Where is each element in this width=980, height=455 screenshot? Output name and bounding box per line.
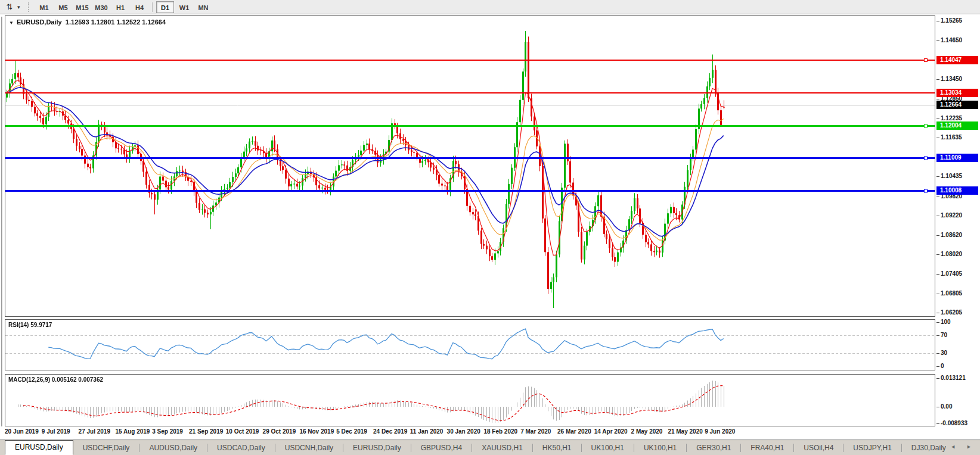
timeframe-button-mn[interactable]: MN — [194, 1, 212, 13]
charts-shift-icon[interactable]: ⇅ — [2, 1, 17, 13]
panel-splitter[interactable] — [5, 370, 935, 373]
chart-tab-eurusd-daily[interactable]: EURUSD,Daily — [343, 442, 411, 455]
arrow-right-icon[interactable]: ► — [966, 444, 972, 450]
date-tick: 9 Jun 2020 — [705, 428, 735, 435]
price-tick: 1.08620 — [941, 232, 962, 238]
price-tick: 1.14650 — [941, 37, 962, 43]
date-tick: 11 Jan 2020 — [410, 428, 444, 435]
macd-tick: 0.00 — [941, 403, 952, 410]
chart-tab-audusd-daily[interactable]: AUDUSD,Daily — [139, 442, 207, 455]
macd-panel: MACD(12,26,9) 0.005162 0.007362 — [5, 374, 935, 426]
price-tick: 1.08020 — [941, 251, 962, 257]
chart-tab-usoil-h4[interactable]: USOil,H4 — [794, 442, 843, 455]
date-tick: 20 Jun 2019 — [5, 428, 39, 435]
timeframe-button-h4[interactable]: H4 — [131, 1, 148, 13]
date-tick: 21 May 2020 — [668, 428, 702, 435]
chart-tab-usdchf-daily[interactable]: USDCHF,Daily — [73, 442, 139, 455]
chart-title: ▼EURUSD,Daily 1.12593 1.12801 1.12522 1.… — [9, 18, 166, 26]
macd-value: 0.005162 0.007362 — [52, 376, 103, 383]
tab-scroll-buttons: ◄► — [950, 444, 972, 450]
price-tick: 1.06805 — [941, 290, 962, 297]
price-tick: 1.13450 — [941, 76, 962, 82]
mt4-application: ⇅ ▾ M1M5M15M30H1H4D1W1MN ▼EURUSD,Daily 1… — [0, 0, 980, 455]
date-tick: 7 Mar 2020 — [520, 428, 551, 435]
chart-tab-uk100-h1[interactable]: UK100,H1 — [634, 442, 686, 455]
chart-tab-gbpusd-h4[interactable]: GBPUSD,H4 — [411, 442, 472, 455]
date-tick: 24 Dec 2019 — [373, 428, 407, 435]
price-level-tag: 1.14047 — [936, 56, 978, 64]
timeframe-button-m15[interactable]: M15 — [73, 1, 91, 13]
triangle-down-icon[interactable]: ▼ — [9, 20, 14, 26]
price-tick: 1.15265 — [941, 17, 962, 24]
chart-tab-usdcnh-daily[interactable]: USDCNH,Daily — [275, 442, 343, 455]
chart-symbol: EURUSD,Daily — [17, 18, 62, 26]
macd-label: MACD(12,26,9) 0.005162 0.007362 — [8, 376, 103, 383]
date-tick: 15 Aug 2019 — [115, 428, 150, 435]
chart-tab-bar: EURUSD,DailyUSDCHF,DailyAUDUSD,DailyUSDC… — [0, 440, 980, 455]
chart-tab-usdjpy-h1[interactable]: USDJPY,H1 — [843, 442, 901, 455]
price-level-tag: 1.12664 — [936, 101, 978, 109]
date-tick: 26 Mar 2020 — [557, 428, 591, 435]
rsi-value: 59.9717 — [30, 322, 52, 328]
macd-tick: 0.013121 — [941, 375, 966, 381]
price-tick: 1.09220 — [941, 212, 962, 219]
timeframe-button-w1[interactable]: W1 — [175, 1, 193, 13]
chart-tab-ger30-h1[interactable]: GER30,H1 — [687, 442, 740, 455]
date-tick: 2 May 2020 — [631, 428, 663, 435]
timeframe-button-m5[interactable]: M5 — [54, 1, 72, 13]
date-tick: 3 Sep 2019 — [152, 428, 183, 435]
timeframe-button-d1[interactable]: D1 — [156, 1, 174, 13]
date-tick: 30 Jan 2020 — [447, 428, 480, 435]
rsi-tick: 30 — [941, 350, 947, 356]
arrow-left-icon[interactable]: ◄ — [950, 444, 956, 450]
date-axis: 20 Jun 20199 Jul 201927 Jul 201915 Aug 2… — [0, 426, 980, 438]
price-tick: 1.12235 — [941, 115, 962, 121]
timeframe-button-m1[interactable]: M1 — [35, 1, 53, 13]
date-tick: 18 Feb 2020 — [483, 428, 517, 435]
chart-tab-xauusd-h1[interactable]: XAUUSD,H1 — [472, 442, 532, 455]
price-axis: 1.152651.146501.134501.128501.122351.116… — [935, 15, 980, 428]
price-chart-panel: ▼EURUSD,Daily 1.12593 1.12801 1.12522 1.… — [5, 15, 935, 317]
date-tick: 14 Apr 2020 — [594, 428, 628, 435]
rsi-tick: 70 — [941, 332, 947, 338]
chart-ohlc: 1.12593 1.12801 1.12522 1.12664 — [66, 18, 166, 26]
date-tick: 9 Jul 2019 — [42, 428, 70, 435]
chart-tab-hk50-h1[interactable]: HK50,H1 — [533, 442, 581, 455]
date-tick: 27 Jul 2019 — [79, 428, 110, 435]
price-level-tag: 1.13034 — [936, 89, 978, 97]
price-tick: 1.06205 — [941, 309, 962, 316]
date-tick: 10 Oct 2019 — [226, 428, 259, 435]
chart-tab-dj30-daily[interactable]: DJ30,Daily — [902, 442, 956, 455]
toolbar-grip — [28, 2, 31, 12]
rsi-tick: 100 — [941, 319, 951, 325]
timeframe-toolbar: ⇅ ▾ M1M5M15M30H1H4D1W1MN — [0, 0, 980, 14]
date-tick: 5 Dec 2019 — [336, 428, 367, 435]
date-tick: 29 Oct 2019 — [263, 428, 296, 435]
chart-tab-usdcad-daily[interactable]: USDCAD,Daily — [207, 442, 275, 455]
chart-tab-eurusd-daily[interactable]: EURUSD,Daily — [5, 440, 73, 455]
rsi-tick: 0 — [941, 363, 944, 369]
price-tick: 1.11635 — [941, 134, 962, 141]
chart-tab-fra40-h1[interactable]: FRA40,H1 — [741, 442, 793, 455]
price-level-tag: 1.10008 — [936, 186, 978, 195]
window-frame-left — [1, 17, 3, 437]
date-tick: 21 Sep 2019 — [189, 428, 223, 435]
timeframe-button-h1[interactable]: H1 — [111, 1, 129, 13]
price-level-tag: 1.11009 — [936, 154, 978, 162]
rsi-panel: RSI(14) 59.9717 — [5, 319, 935, 370]
price-tick: 1.07405 — [941, 270, 962, 277]
price-level-tag: 1.12004 — [936, 121, 978, 130]
date-tick: 16 Nov 2019 — [299, 428, 334, 435]
timeframe-button-m30[interactable]: M30 — [92, 1, 110, 13]
toolbar-separator — [152, 2, 153, 12]
chevron-down-icon[interactable]: ▾ — [17, 4, 24, 10]
macd-canvas[interactable] — [5, 375, 935, 426]
rsi-label: RSI(14) 59.9717 — [8, 322, 52, 328]
price-chart-canvas[interactable] — [5, 16, 935, 316]
rsi-canvas[interactable] — [5, 320, 935, 370]
chart-tab-uk100-h1[interactable]: UK100,H1 — [582, 442, 634, 455]
macd-tick: -0.008933 — [941, 420, 967, 426]
price-tick: 1.10435 — [941, 173, 962, 179]
